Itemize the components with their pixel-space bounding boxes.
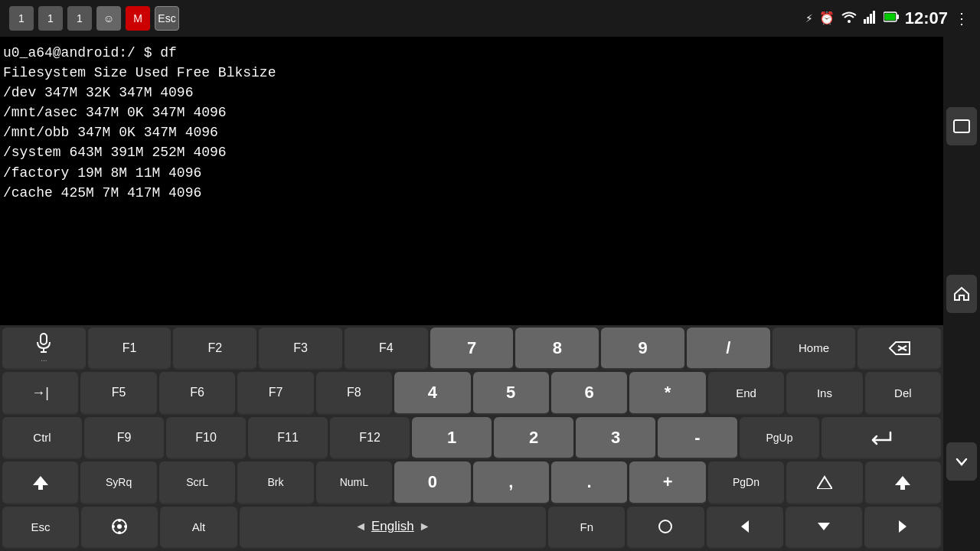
kb-f11[interactable]: F11 (248, 417, 328, 459)
status-icon-smiley: ☺ (96, 6, 121, 31)
kb-6[interactable]: 6 (551, 372, 627, 414)
kb-shift-right[interactable] (865, 461, 941, 504)
kb-3[interactable]: 3 (576, 417, 655, 459)
kb-f12[interactable]: F12 (330, 417, 410, 459)
kb-f8[interactable]: F8 (316, 372, 392, 414)
kb-row-3: Ctrl F9 F10 F11 F12 1 2 3 - PgUp (2, 417, 941, 459)
battery-icon (884, 11, 899, 27)
kb-f6[interactable]: F6 (159, 372, 235, 414)
kb-pgdn[interactable]: PgDn (708, 461, 784, 504)
svg-marker-26 (818, 523, 830, 530)
kb-f1[interactable]: F1 (88, 328, 172, 370)
svg-point-20 (118, 519, 121, 522)
kb-esc[interactable]: Esc (2, 507, 79, 549)
kb-scroll[interactable]: ScrL (159, 461, 235, 504)
kb-minus[interactable]: - (658, 417, 737, 459)
kb-del[interactable]: Del (865, 372, 941, 414)
right-panel-chevron-icon[interactable] (946, 442, 977, 481)
kb-numl[interactable]: NumL (316, 461, 392, 504)
kb-home[interactable]: Home (773, 328, 856, 370)
svg-point-21 (118, 531, 121, 534)
terminal-row-system: /system 643M 391M 252M 4096 (3, 142, 940, 162)
kb-tab[interactable]: →| (2, 372, 78, 414)
kb-mic[interactable]: ... (2, 328, 86, 370)
kb-f4[interactable]: F4 (345, 328, 428, 370)
kb-settings-circle[interactable] (81, 507, 158, 549)
kb-row-4: SyRq ScrL Brk NumL 0 , . + PgDn (2, 461, 941, 504)
kb-plus[interactable]: + (629, 461, 705, 504)
kb-shift-left[interactable] (2, 461, 78, 504)
svg-rect-6 (897, 15, 899, 19)
kb-fn[interactable]: Fn (548, 507, 625, 549)
kb-up-outline[interactable] (786, 461, 862, 504)
status-icon-1: 1 (9, 6, 34, 31)
right-panel-home-icon[interactable] (946, 275, 977, 313)
signal-icon (864, 10, 877, 28)
svg-point-19 (117, 524, 122, 529)
kb-backspace[interactable] (858, 328, 941, 370)
svg-rect-8 (954, 120, 969, 132)
status-icon-2: 1 (38, 6, 63, 31)
kb-7[interactable]: 7 (430, 328, 514, 370)
kb-slash[interactable]: / (687, 328, 770, 370)
terminal-row-obb: /mnt/obb 347M 0K 347M 4096 (3, 122, 940, 142)
svg-rect-2 (867, 17, 869, 24)
kb-enter[interactable] (822, 417, 941, 459)
status-icon-gmail: M (126, 6, 150, 31)
kb-comma[interactable]: , (473, 461, 549, 504)
kb-f7[interactable]: F7 (237, 372, 313, 414)
kb-end[interactable]: End (708, 372, 784, 414)
kb-f9[interactable]: F9 (84, 417, 164, 459)
kb-8[interactable]: 8 (515, 328, 599, 370)
svg-marker-15 (33, 476, 48, 490)
svg-rect-9 (41, 334, 47, 344)
kb-circle[interactable] (627, 507, 704, 549)
kb-4[interactable]: 4 (394, 372, 470, 414)
kb-brk[interactable]: Brk (237, 461, 313, 504)
kb-f3[interactable]: F3 (259, 328, 342, 370)
kb-f5[interactable]: F5 (80, 372, 156, 414)
status-icon-esc: Esc (155, 6, 179, 31)
svg-rect-3 (870, 14, 872, 24)
status-bar: 1 1 1 ☺ M Esc ⚡ ⏰ (0, 0, 980, 37)
wifi-icon (841, 10, 858, 28)
svg-marker-25 (741, 520, 749, 533)
kb-ins[interactable]: Ins (786, 372, 862, 414)
kb-5[interactable]: 5 (473, 372, 549, 414)
keyboard: ... F1 F2 F3 F4 7 8 9 / Home →| F5 F6 F7… (0, 325, 943, 551)
kb-dot[interactable]: . (551, 461, 627, 504)
terminal-row-dev: /dev 347M 32K 347M 4096 (3, 83, 940, 103)
svg-point-22 (112, 525, 115, 528)
svg-marker-17 (895, 476, 910, 490)
kb-sysrq[interactable]: SyRq (80, 461, 156, 504)
terminal-output[interactable]: u0_a64@android:/ $ df Filesystem Size Us… (0, 37, 943, 325)
svg-rect-1 (864, 19, 866, 24)
kb-f10[interactable]: F10 (166, 417, 246, 459)
kb-1[interactable]: 1 (412, 417, 492, 459)
kb-row-5: Esc Alt ◄ English ► Fn (2, 507, 941, 549)
kb-left[interactable] (707, 507, 783, 549)
kb-right[interactable] (864, 507, 941, 549)
kb-asterisk[interactable]: * (629, 372, 705, 414)
lang-label: English (371, 519, 414, 534)
kb-f2[interactable]: F2 (173, 328, 256, 370)
terminal-header: Filesystem Size Used Free Blksize (3, 63, 940, 83)
clock: 12:07 (905, 8, 948, 28)
kb-9[interactable]: 9 (601, 328, 684, 370)
terminal-row-cache: /cache 425M 7M 417M 4096 (3, 183, 940, 203)
kb-2[interactable]: 2 (494, 417, 573, 459)
overflow-menu[interactable]: ⋮ (954, 9, 971, 28)
kb-0[interactable]: 0 (394, 461, 470, 504)
status-icon-3: 1 (67, 6, 92, 31)
terminal-row-asec: /mnt/asec 347M 0K 347M 4096 (3, 103, 940, 122)
right-panel-rect-icon[interactable] (946, 107, 977, 145)
kb-ctrl[interactable]: Ctrl (2, 417, 82, 459)
kb-alt[interactable]: Alt (160, 507, 237, 549)
terminal-row-factory: /factory 19M 8M 11M 4096 (3, 163, 940, 183)
terminal-prompt: u0_a64@android:/ $ df (3, 43, 940, 63)
kb-language[interactable]: ◄ English ► (240, 507, 547, 549)
kb-pgup[interactable]: PgUp (740, 417, 819, 459)
kb-row-2: →| F5 F6 F7 F8 4 5 6 * End Ins Del (2, 372, 941, 414)
kb-down[interactable] (786, 507, 862, 549)
status-left-icons: 1 1 1 ☺ M Esc (9, 6, 179, 31)
